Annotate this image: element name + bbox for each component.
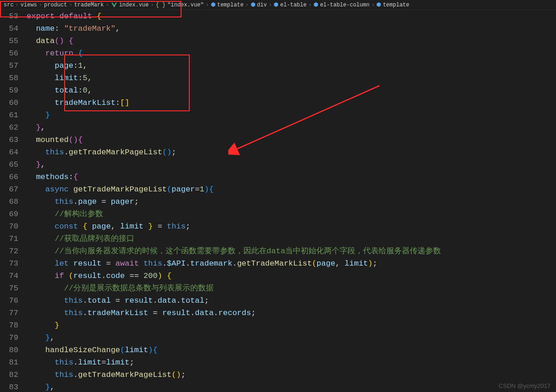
chevron-right-icon: ›	[39, 2, 42, 8]
prop-methods: methods	[36, 173, 68, 181]
brace: }	[45, 111, 50, 120]
num-1b: 1	[200, 185, 204, 194]
breadcrumb: src › views › product › tradeMark › inde…	[0, 0, 556, 10]
crumb-template[interactable]: template	[217, 2, 244, 8]
chevron-right-icon: ›	[105, 2, 109, 8]
component-icon: ⬢	[274, 1, 278, 8]
eq: =	[195, 185, 199, 194]
chevron-right-icon: ›	[371, 2, 374, 8]
code-content[interactable]: export default { name: "tradeMark", data…	[27, 10, 556, 392]
component-icon: ⬢	[314, 1, 318, 8]
param-limit: limit	[125, 346, 148, 354]
crumb-src[interactable]: src	[4, 2, 14, 8]
chevron-right-icon: ›	[308, 2, 312, 8]
kw-if: if	[55, 272, 64, 280]
crumb-indexvue[interactable]: "index.vue"	[167, 2, 204, 8]
brace: }	[148, 222, 153, 231]
brace: {	[83, 222, 87, 231]
kw-this: this	[45, 148, 64, 157]
fn-handlesize: handleSizeChange	[45, 346, 120, 354]
comment: //解构出参数	[55, 210, 103, 218]
str-trademark: "tradeMark"	[64, 24, 116, 33]
fn-gettrade: getTradeMarkPageList	[69, 148, 162, 157]
chevron-right-icon: ›	[245, 2, 248, 8]
fn-data: data	[36, 37, 55, 45]
crumb-product[interactable]: product	[44, 2, 67, 8]
prop-page2: page	[78, 197, 97, 206]
prop-code: code	[106, 272, 125, 280]
prop-page: page	[55, 61, 73, 70]
var-result: result	[162, 309, 190, 317]
code-editor[interactable]: 5354555657585960616263646566676869707172…	[0, 10, 556, 392]
kw-this: this	[55, 358, 73, 367]
brace: }	[36, 123, 40, 132]
arg-limit: limit	[345, 259, 368, 268]
comment: //获取品牌列表的接口	[55, 234, 134, 243]
fn-getlist: getTradeMarkList	[237, 259, 312, 268]
fn-mounted: mounted	[36, 136, 68, 144]
kw-return: return	[45, 49, 73, 58]
crumb-template2[interactable]: template	[383, 2, 409, 8]
crumb-file[interactable]: index.vue	[119, 2, 149, 8]
comment: //分别是展示数据总条数与列表展示的数据	[64, 284, 214, 293]
var-limit: limit	[120, 222, 143, 231]
line-numbers: 5354555657585960616263646566676869707172…	[0, 10, 27, 392]
crumb-eltablecol[interactable]: el-table-column	[320, 2, 369, 8]
num-0: 0	[83, 86, 87, 95]
prop-limit: limit	[55, 74, 78, 82]
chevron-right-icon: ›	[16, 2, 19, 8]
array: []	[120, 98, 129, 107]
var-result: result	[125, 296, 153, 305]
kw-this: this	[64, 296, 83, 305]
comment: //当你向服务器发请求的时候，这个函数需要带参数，因此在data当中初始化两个字…	[55, 247, 441, 256]
brace: {	[69, 37, 73, 45]
fn-gettrade3: getTradeMarkPageList	[78, 370, 171, 379]
kw-export: export	[27, 12, 55, 21]
watermark: CSDN @ycmy2017	[499, 382, 550, 389]
component-icon: ⬢	[376, 1, 381, 8]
prop-list2: tradeMarkList	[88, 309, 149, 317]
component-icon: ⬢	[251, 1, 255, 8]
prop-total3: total	[181, 296, 204, 305]
var-api: $API	[167, 259, 186, 268]
kw-await: await	[116, 259, 139, 268]
braces-icon: { }	[156, 2, 166, 8]
brace: {	[97, 12, 101, 21]
chevron-right-icon: ›	[69, 2, 72, 8]
crumb-views[interactable]: views	[21, 2, 37, 8]
param-pager: pager	[171, 185, 195, 194]
prop-name: name	[36, 24, 55, 33]
crumb-eltable[interactable]: el-table	[280, 2, 307, 8]
var-result: result	[73, 272, 101, 280]
kw-let: let	[55, 259, 69, 268]
arg-page: page	[317, 259, 336, 268]
prop-limit2: limit	[78, 358, 101, 367]
var-trademark: trademark	[190, 259, 232, 268]
kw-this: this	[167, 222, 186, 231]
var-result: result	[73, 259, 101, 268]
prop-data: data	[158, 296, 176, 305]
vue-file-icon	[111, 2, 117, 8]
prop-list: tradeMarkList	[55, 98, 116, 107]
chevron-right-icon: ›	[150, 2, 154, 8]
prop-total: total	[55, 86, 78, 95]
fn-gettrade2: getTradeMarkPageList	[73, 185, 167, 194]
kw-const: const	[55, 222, 78, 231]
kw-this: this	[55, 370, 73, 379]
var-page: page	[92, 222, 111, 231]
var-pager: pager	[111, 197, 134, 206]
prop-total2: total	[88, 296, 111, 305]
num-200: 200	[143, 272, 158, 280]
brace: {	[78, 49, 83, 58]
chevron-right-icon: ›	[269, 2, 272, 8]
prop-records: records	[218, 309, 251, 317]
var-limit: limit	[106, 358, 129, 367]
parens: ()	[55, 37, 64, 45]
num-5: 5	[83, 74, 87, 82]
chevron-right-icon: ›	[206, 2, 209, 8]
component-icon: ⬢	[211, 1, 215, 8]
crumb-div[interactable]: div	[257, 2, 267, 8]
crumb-trademark[interactable]: tradeMark	[74, 2, 104, 8]
prop-data: data	[195, 309, 214, 317]
kw-this: this	[55, 197, 73, 206]
